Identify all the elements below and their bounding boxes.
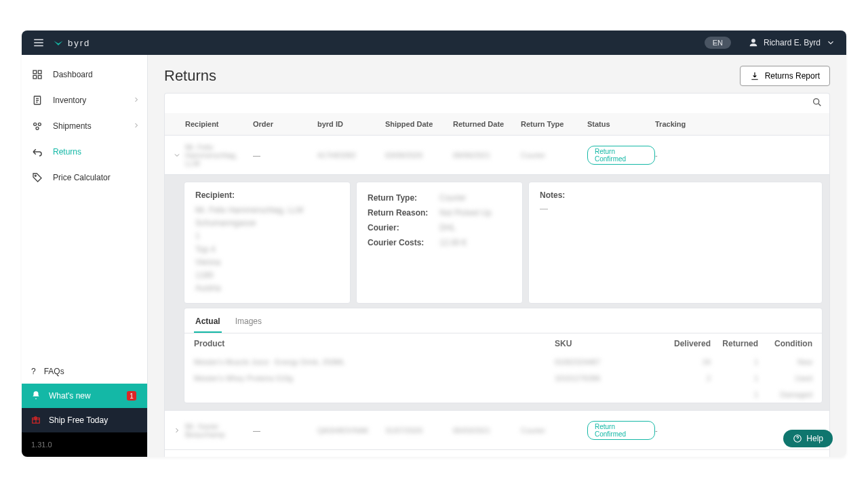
sidebar-item-label: Inventory — [53, 96, 86, 105]
pcol-product: Product — [194, 339, 555, 348]
cell-recipient: Mr. Felix Hammerschlag, LLM — [185, 143, 253, 167]
svg-rect-0 — [33, 70, 37, 74]
col-shipped: Shipped Date — [385, 120, 453, 128]
sidebar-item-label: Shipments — [53, 121, 92, 131]
pcell-delivered — [663, 390, 711, 399]
sidebar-item-label: Returns — [53, 147, 81, 157]
detail-return-card: Return Type:Courier Return Reason:Not Pi… — [356, 182, 523, 304]
menu-icon[interactable] — [33, 37, 45, 49]
col-return-type: Return Type — [521, 120, 587, 128]
gift-icon — [31, 415, 41, 426]
svg-rect-3 — [38, 75, 41, 79]
pcol-sku: SKU — [555, 339, 663, 348]
sidebar-item-label: Dashboard — [53, 70, 93, 79]
search-bar[interactable] — [164, 93, 830, 113]
recipient-line: 1 — [195, 230, 339, 243]
returns-report-button[interactable]: Returns Report — [740, 66, 830, 86]
language-switch[interactable]: EN — [705, 37, 731, 49]
sidebar-faqs[interactable]: ? FAQs — [22, 359, 147, 384]
pcell-product — [194, 390, 555, 399]
bell-icon — [31, 390, 41, 402]
pcell-sku: 01002324487 — [555, 358, 663, 366]
recipient-line: Vienna — [195, 256, 339, 269]
product-row: Meister's Whey Proteins 510g 10101276396… — [184, 370, 822, 386]
pcol-delivered: Delivered — [663, 339, 711, 348]
rtype-label: Return Type: — [368, 193, 439, 203]
sidebar-version: 1.31.0 — [22, 432, 147, 457]
table-row[interactable]: Mr. Xavier Beauchamp — QASH8OVNAK 31/07/… — [165, 410, 829, 449]
pcell-condition: New — [758, 358, 812, 366]
grid-icon — [31, 68, 43, 81]
chevron-down-icon — [826, 38, 835, 47]
col-recipient: Recipient — [185, 120, 253, 128]
tab-images[interactable]: Images — [234, 314, 263, 333]
svg-point-7 — [36, 127, 39, 129]
chevron-right-icon — [132, 121, 140, 131]
table-row[interactable]: Mr. Felix Hammerschlag, LLM — 417H83382 … — [165, 135, 829, 174]
pcell-product: Meister's Muscle Juice · Energy Drink, 2… — [194, 358, 555, 366]
costs-label: Courier Costs: — [368, 238, 439, 247]
return-arrow-icon — [31, 146, 43, 158]
pcell-delivered: 2 — [663, 374, 711, 382]
sidebar-item-shipments[interactable]: Shipments — [22, 113, 147, 139]
col-byrd-id: byrd ID — [317, 120, 385, 128]
pcell-condition: Damaged — [758, 390, 812, 399]
user-menu[interactable]: Richard E. Byrd — [749, 38, 835, 47]
sidebar-ship-free[interactable]: Ship Free Today — [22, 408, 147, 432]
col-returned: Returned Date — [453, 120, 521, 128]
sidebar-item-inventory[interactable]: Inventory — [22, 87, 147, 113]
row-toggle[interactable] — [169, 426, 185, 434]
tag-icon — [31, 171, 43, 184]
clipboard-icon — [31, 94, 43, 106]
pcell-sku: 10101276396 — [555, 374, 663, 382]
cell-shipped: 31/07/2020 — [385, 426, 453, 434]
row-detail-panel: Recipient: Mr. Felix Hammerschlag, LLM S… — [165, 174, 829, 410]
recipient-line: Top 4 — [195, 243, 339, 256]
help-button[interactable]: Help — [783, 430, 833, 447]
svg-point-5 — [34, 123, 37, 125]
sidebar-item-returns[interactable]: Returns — [22, 139, 147, 165]
cell-shipped: 03/08/2020 — [385, 151, 453, 159]
cell-byrd-id: QASH8OVNAK — [317, 426, 385, 434]
status-badge: Return Confirmed — [587, 146, 655, 165]
page-title: Returns — [164, 67, 216, 85]
cell-order: — — [253, 151, 317, 159]
notes-value: — — [540, 204, 811, 214]
recipient-label: Recipient: — [195, 190, 339, 200]
col-order: Order — [253, 120, 317, 128]
row-toggle[interactable] — [169, 151, 185, 159]
cell-tracking: - — [655, 426, 696, 434]
search-input[interactable] — [172, 98, 812, 109]
pcol-condition: Condition — [758, 339, 812, 348]
table-row[interactable]: Mrs. Marta Tarkova — WPC20P33 04/08/2020… — [165, 449, 829, 457]
reason-value: Not Picked Up — [439, 208, 492, 218]
sidebar-item-price-calculator[interactable]: Price Calculator — [22, 165, 147, 190]
cell-returned: 05/03/2021 — [453, 426, 521, 434]
tab-actual[interactable]: Actual — [194, 314, 222, 333]
detail-notes-card: Notes: — — [528, 182, 823, 304]
pcell-delivered: 24 — [663, 358, 711, 366]
cell-return-type: Courier — [521, 151, 587, 159]
pcell-returned: 1 — [711, 390, 758, 399]
chevron-down-icon — [173, 151, 181, 159]
sidebar-whatsnew[interactable]: What's new 1 — [22, 384, 147, 408]
col-tracking: Tracking — [655, 120, 696, 128]
svg-point-10 — [814, 98, 819, 104]
pcell-condition: Used — [758, 374, 812, 382]
col-status: Status — [587, 120, 655, 128]
search-icon[interactable] — [812, 97, 823, 110]
cell-byrd-id: 417H83382 — [317, 151, 385, 159]
faqs-label: FAQs — [44, 367, 64, 376]
user-name: Richard E. Byrd — [764, 38, 821, 47]
help-icon — [793, 434, 802, 443]
sidebar-item-dashboard[interactable]: Dashboard — [22, 62, 147, 87]
svg-point-6 — [38, 123, 41, 125]
pcol-returned: Returned — [711, 339, 758, 348]
recipient-line: 1180 — [195, 269, 339, 282]
whatsnew-badge: 1 — [127, 391, 136, 401]
sidebar-item-label: Price Calculator — [53, 173, 111, 182]
cell-status: Return Confirmed — [587, 146, 655, 165]
whatsnew-label: What's new — [49, 391, 91, 401]
cell-status: Return Confirmed — [587, 421, 655, 440]
notes-label: Notes: — [540, 190, 811, 200]
